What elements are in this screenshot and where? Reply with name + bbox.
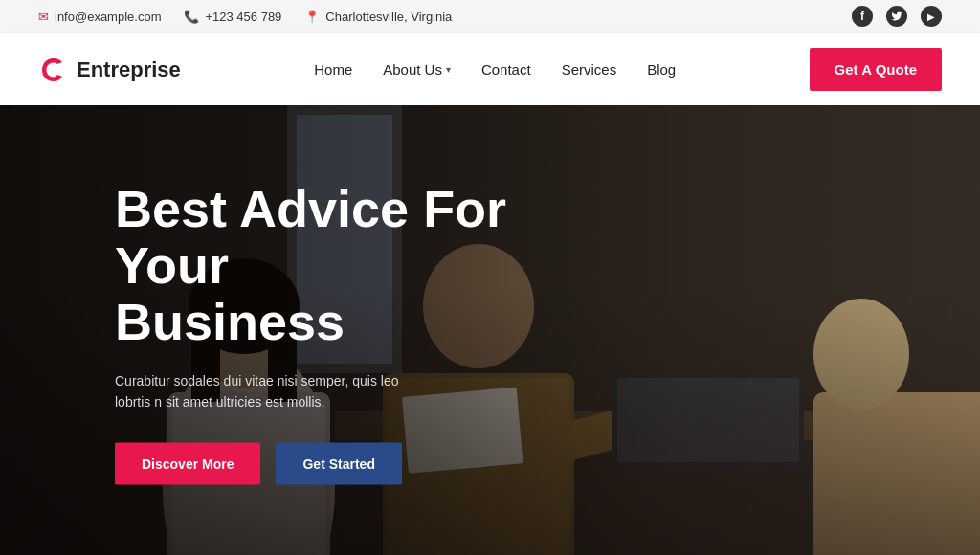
hero-section: Best Advice For Your Business Curabitur … — [0, 105, 980, 555]
hero-title: Best Advice For Your Business — [115, 180, 546, 350]
social-links: f ▶ — [852, 6, 942, 27]
get-quote-button[interactable]: Get A Quote — [810, 48, 942, 91]
location-contact: 📍 Charlottesville, Virginia — [304, 10, 452, 24]
hero-subtitle: Curabitur sodales dui vitae nisi semper,… — [115, 369, 421, 412]
logo[interactable]: Entreprise — [38, 55, 181, 85]
logo-text: Entreprise — [77, 57, 181, 82]
hero-content: Best Advice For Your Business Curabitur … — [115, 180, 546, 485]
email-contact[interactable]: ✉ info@example.com — [38, 10, 161, 24]
location-text: Charlottesville, Virginia — [325, 10, 452, 24]
nav-services[interactable]: Services — [562, 61, 617, 78]
twitter-icon[interactable] — [886, 6, 907, 27]
email-text: info@example.com — [55, 10, 161, 24]
main-nav: Home About Us ▾ Contact Services Blog — [314, 61, 676, 78]
location-icon: 📍 — [304, 10, 320, 24]
get-started-button[interactable]: Get Started — [276, 443, 401, 485]
facebook-icon[interactable]: f — [852, 6, 873, 27]
chevron-down-icon: ▾ — [446, 64, 451, 75]
youtube-icon[interactable]: ▶ — [921, 6, 942, 27]
nav-contact[interactable]: Contact — [481, 61, 531, 78]
hero-cta-buttons: Discover More Get Started — [115, 443, 546, 485]
top-bar: ✉ info@example.com 📞 +123 456 789 📍 Char… — [0, 0, 980, 33]
nav-about[interactable]: About Us ▾ — [383, 61, 451, 78]
site-header: Entreprise Home About Us ▾ Contact Servi… — [0, 33, 980, 105]
top-bar-contact: ✉ info@example.com 📞 +123 456 789 📍 Char… — [38, 10, 452, 24]
logo-icon — [38, 55, 69, 85]
nav-home[interactable]: Home — [314, 61, 352, 78]
nav-blog[interactable]: Blog — [647, 61, 676, 78]
phone-text: +123 456 789 — [205, 10, 281, 24]
discover-more-button[interactable]: Discover More — [115, 443, 260, 485]
phone-icon: 📞 — [184, 10, 199, 24]
email-icon: ✉ — [38, 10, 49, 24]
phone-contact[interactable]: 📞 +123 456 789 — [184, 10, 281, 24]
